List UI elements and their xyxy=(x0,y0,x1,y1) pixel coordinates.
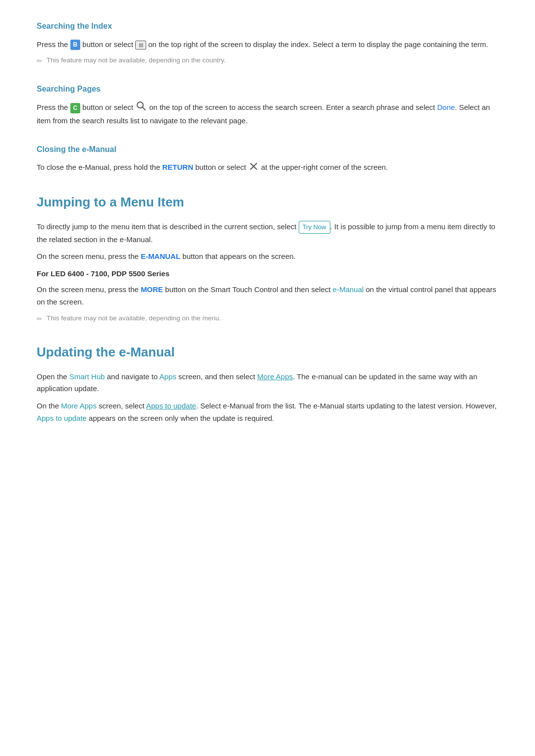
paragraph-updating-2: On the More Apps screen, select Apps to … xyxy=(37,400,498,425)
note-text-searching-index: This feature may not be available, depen… xyxy=(47,55,225,65)
section-searching-index: Searching the Index Press the B button o… xyxy=(37,20,498,67)
done-link[interactable]: Done xyxy=(437,103,455,111)
apps-link[interactable]: Apps xyxy=(160,372,176,381)
search-magnifier-icon xyxy=(136,101,146,115)
apps-to-update-link-2[interactable]: Apps to update xyxy=(37,414,87,422)
major-title-jumping: Jumping to a Menu Item xyxy=(37,192,498,213)
section-title-closing-emanual: Closing the e-Manual xyxy=(37,143,498,156)
section-updating-emanual: Updating the e-Manual Open the Smart Hub… xyxy=(37,342,498,425)
index-icon: ▤ xyxy=(135,41,146,50)
major-title-updating: Updating the e-Manual xyxy=(37,342,498,363)
section-title-searching-pages: Searching Pages xyxy=(37,83,498,96)
emanual-link: E-MANUAL xyxy=(141,252,180,260)
close-x-icon xyxy=(249,162,258,175)
paragraph-jumping-1: To directly jump to the menu item that i… xyxy=(37,221,498,246)
section-title-searching-index: Searching the Index xyxy=(37,20,498,33)
note-searching-index: ✏ This feature may not be available, dep… xyxy=(37,55,498,66)
return-label: RETURN xyxy=(162,163,193,171)
smart-hub-link[interactable]: Smart Hub xyxy=(69,372,105,381)
paragraph-updating-1: Open the Smart Hub and navigate to Apps … xyxy=(37,371,498,396)
section-closing-emanual: Closing the e-Manual To close the e-Manu… xyxy=(37,143,498,175)
section-jumping-menu-item: Jumping to a Menu Item To directly jump … xyxy=(37,192,498,324)
note-jumping: ✏ This feature may not be available, dep… xyxy=(37,313,498,324)
note-text-jumping: This feature may not be available, depen… xyxy=(47,313,221,323)
btn-c-icon: C xyxy=(70,103,81,113)
btn-b-icon: B xyxy=(70,40,81,50)
emanual-teal-link[interactable]: e-Manual xyxy=(333,285,364,294)
apps-to-update-link-1[interactable]: Apps to update xyxy=(146,402,196,410)
section-searching-pages: Searching Pages Press the C button or se… xyxy=(37,83,498,127)
paragraph-searching-pages: Press the C button or select on the top … xyxy=(37,101,498,127)
svg-line-1 xyxy=(143,107,145,110)
more-apps-link-1[interactable]: More Apps xyxy=(257,372,293,381)
pencil-icon: ✏ xyxy=(37,55,43,66)
paragraph-jumping-3: On the screen menu, press the MORE butto… xyxy=(37,284,498,308)
paragraph-closing-emanual: To close the e-Manual, press hold the RE… xyxy=(37,161,498,174)
try-now-badge[interactable]: Try Now xyxy=(299,221,330,233)
subheading-led: For LED 6400 - 7100, PDP 5500 Series xyxy=(37,268,498,280)
svg-point-0 xyxy=(137,102,143,108)
pencil-icon-2: ✏ xyxy=(37,313,43,324)
paragraph-searching-index: Press the B button or select ▤ on the to… xyxy=(37,39,498,51)
more-link: MORE xyxy=(141,285,163,294)
paragraph-jumping-2: On the screen menu, press the E-MANUAL b… xyxy=(37,251,498,263)
more-apps-link-2[interactable]: More Apps xyxy=(61,402,97,410)
